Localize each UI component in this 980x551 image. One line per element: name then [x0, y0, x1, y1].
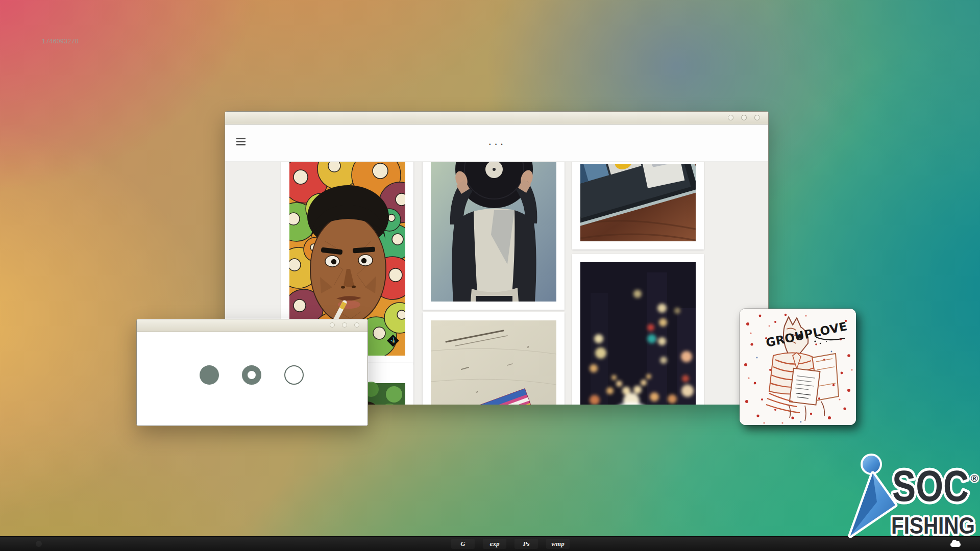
window-circle-button-icon[interactable] — [741, 115, 747, 120]
taskbar-item-exp[interactable]: exp — [483, 539, 506, 549]
window-circle-button-icon[interactable] — [354, 322, 359, 328]
filled-circle-option[interactable] — [200, 365, 219, 385]
taskbar-item-g[interactable]: G — [451, 539, 475, 549]
soc-fishing-logo: SOC ® FISHING — [842, 449, 980, 546]
desktop-overlay-id: 1746093270 — [42, 38, 79, 45]
taskbar-item-wmp[interactable]: wmp — [546, 539, 570, 549]
gallery-item-vinyl-person[interactable] — [423, 162, 565, 310]
window-circle-button-icon[interactable] — [330, 322, 335, 328]
window-controls — [728, 115, 760, 120]
window-circle-button-icon[interactable] — [728, 115, 733, 120]
album-art-image: GROUPLOVE — [740, 309, 856, 425]
window-circle-button-icon[interactable] — [754, 115, 760, 120]
logo-soc-text: SOC — [892, 461, 969, 510]
city-night-image — [580, 262, 696, 405]
gallery-window-titlebar[interactable] — [225, 112, 768, 124]
dialog-titlebar[interactable] — [137, 319, 368, 332]
circles-dialog-window — [136, 319, 368, 426]
desktop-background: 1746093270 • • • — [0, 0, 980, 551]
taskbar-start-dot-icon[interactable] — [36, 541, 42, 547]
album-art-card[interactable]: GROUPLOVE — [740, 309, 856, 425]
window-circle-button-icon[interactable] — [342, 322, 347, 328]
gallery-item-city-night[interactable] — [572, 254, 704, 405]
logo-person-arrow-icon — [850, 456, 895, 536]
beach-image — [431, 320, 556, 405]
logo-fishing-text: FISHING — [891, 512, 975, 539]
vinyl-person-image — [431, 162, 556, 302]
gallery-item-tablet[interactable] — [572, 162, 704, 249]
dialog-body — [137, 332, 368, 425]
dialog-window-controls — [330, 322, 359, 328]
ring-circle-option[interactable] — [242, 365, 261, 385]
more-options-button[interactable]: • • • — [225, 142, 768, 147]
gallery-item-beach[interactable] — [423, 312, 565, 405]
outline-circle-option[interactable] — [284, 365, 304, 385]
taskbar: G exp Ps wmp — [0, 536, 980, 551]
taskbar-app-buttons: G exp Ps wmp — [451, 537, 570, 551]
logo-registered-mark: ® — [971, 473, 978, 484]
taskbar-item-ps[interactable]: Ps — [514, 539, 538, 549]
tablet-image — [580, 164, 696, 241]
gallery-app-header: • • • — [225, 124, 768, 162]
